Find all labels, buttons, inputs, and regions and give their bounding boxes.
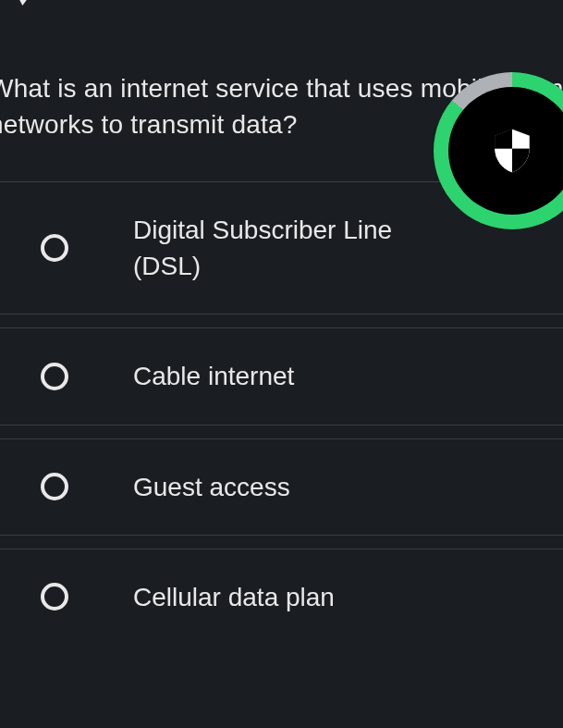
option-label: Guest access [133,469,290,505]
options-list: Digital Subscriber Line (DSL) Cable inte… [0,181,563,684]
dropdown-caret-icon [13,0,32,6]
radio-icon [41,363,68,390]
option-label: Digital Subscriber Line (DSL) [133,212,410,284]
option-3[interactable]: Cellular data plan [0,549,563,671]
radio-icon [41,234,68,262]
radio-icon [41,583,68,611]
option-2[interactable]: Guest access [0,438,563,536]
progress-badge[interactable] [434,72,563,229]
shield-icon [486,125,538,177]
option-label: Cable internet [133,358,294,394]
option-1[interactable]: Cable internet [0,327,563,425]
radio-icon [41,473,68,500]
option-label: Cellular data plan [133,579,335,615]
